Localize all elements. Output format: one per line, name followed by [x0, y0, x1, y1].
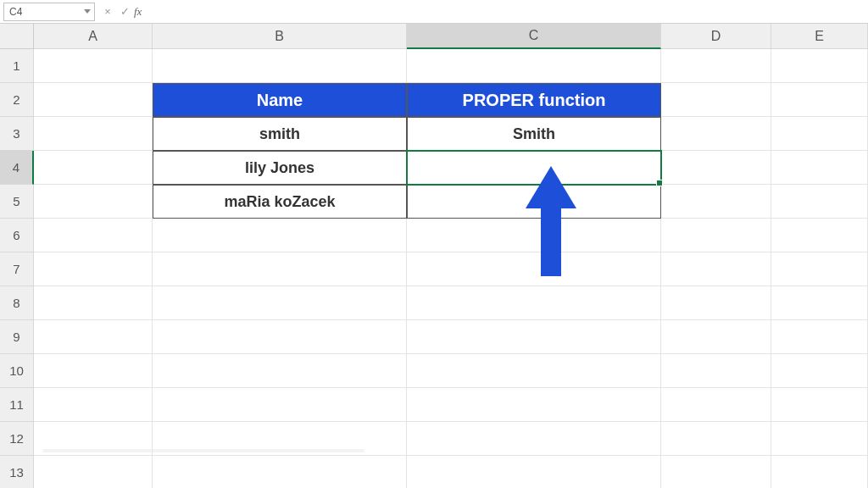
cell-e11[interactable]: [771, 388, 868, 422]
cell-e3[interactable]: [771, 117, 868, 151]
cell-a1[interactable]: [34, 49, 153, 83]
cell-e8[interactable]: [771, 286, 868, 320]
cell-b10[interactable]: [153, 354, 407, 388]
row-header-11[interactable]: 11: [0, 388, 34, 422]
cell-b4[interactable]: lily Jones: [153, 151, 407, 185]
row-header-12[interactable]: 12: [0, 422, 34, 456]
cancel-button[interactable]: ×: [100, 5, 115, 18]
cell-b11[interactable]: [153, 388, 407, 422]
cell-e7[interactable]: [771, 252, 868, 286]
col-header-e[interactable]: E: [771, 24, 868, 49]
cell-e12[interactable]: [771, 422, 868, 456]
cell-b3[interactable]: smith: [153, 117, 407, 151]
col-header-b[interactable]: B: [153, 24, 407, 49]
cell-a10[interactable]: [34, 354, 153, 388]
cell-c9[interactable]: [407, 320, 661, 354]
cell-d3[interactable]: [661, 117, 771, 151]
name-box-value: C4: [9, 6, 22, 18]
cell-c7[interactable]: [407, 252, 661, 286]
formula-bar: C4 × ✓ fx: [0, 0, 868, 24]
row-header-6[interactable]: 6: [0, 219, 34, 252]
formula-buttons: × ✓ fx: [100, 5, 147, 19]
row-header-2[interactable]: 2: [0, 83, 34, 117]
chevron-down-icon[interactable]: [84, 9, 91, 14]
cell-e9[interactable]: [771, 320, 868, 354]
cell-a11[interactable]: [34, 388, 153, 422]
cell-a9[interactable]: [34, 320, 153, 354]
cell-d11[interactable]: [661, 388, 771, 422]
spreadsheet-grid[interactable]: A B C D E 1 2 Name PROPER function 3 smi…: [0, 24, 868, 488]
select-all-corner[interactable]: [0, 24, 34, 49]
cell-c1[interactable]: [407, 49, 661, 83]
row-header-3[interactable]: 3: [0, 117, 34, 151]
cell-b8[interactable]: [153, 286, 407, 320]
cell-a4[interactable]: [34, 151, 153, 185]
row-header-13[interactable]: 13: [0, 456, 34, 488]
cell-d6[interactable]: [661, 219, 771, 252]
row-header-10[interactable]: 10: [0, 354, 34, 388]
cell-c10[interactable]: [407, 354, 661, 388]
fx-icon[interactable]: fx: [134, 5, 142, 19]
cell-a8[interactable]: [34, 286, 153, 320]
cell-a2[interactable]: [34, 83, 153, 117]
cell-b13[interactable]: [153, 456, 407, 488]
horizontal-scrollbar[interactable]: [42, 449, 364, 452]
cell-b7[interactable]: [153, 252, 407, 286]
cell-a5[interactable]: [34, 185, 153, 219]
cell-d5[interactable]: [661, 185, 771, 219]
cell-d7[interactable]: [661, 252, 771, 286]
cell-e4[interactable]: [771, 151, 868, 185]
cell-a7[interactable]: [34, 252, 153, 286]
cell-c4[interactable]: [407, 151, 661, 185]
cell-a6[interactable]: [34, 219, 153, 252]
cell-d13[interactable]: [661, 456, 771, 488]
cell-b5[interactable]: maRia koZacek: [153, 185, 407, 219]
cell-c8[interactable]: [407, 286, 661, 320]
cell-d4[interactable]: [661, 151, 771, 185]
cell-b9[interactable]: [153, 320, 407, 354]
row-header-1[interactable]: 1: [0, 49, 34, 83]
cell-e1[interactable]: [771, 49, 868, 83]
cell-d12[interactable]: [661, 422, 771, 456]
cell-d10[interactable]: [661, 354, 771, 388]
row-header-5[interactable]: 5: [0, 185, 34, 219]
cell-e6[interactable]: [771, 219, 868, 252]
cell-e2[interactable]: [771, 83, 868, 117]
cell-b1[interactable]: [153, 49, 407, 83]
cell-e13[interactable]: [771, 456, 868, 488]
cell-c3[interactable]: Smith: [407, 117, 661, 151]
cell-d1[interactable]: [661, 49, 771, 83]
cell-e5[interactable]: [771, 185, 868, 219]
cell-c2[interactable]: PROPER function: [407, 83, 661, 117]
cell-e10[interactable]: [771, 354, 868, 388]
cell-a3[interactable]: [34, 117, 153, 151]
cell-c12[interactable]: [407, 422, 661, 456]
cell-c6[interactable]: [407, 219, 661, 252]
cell-c11[interactable]: [407, 388, 661, 422]
cell-b6[interactable]: [153, 219, 407, 252]
col-header-d[interactable]: D: [661, 24, 771, 49]
row-header-9[interactable]: 9: [0, 320, 34, 354]
cell-d2[interactable]: [661, 83, 771, 117]
col-header-c[interactable]: C: [407, 24, 661, 49]
cell-a13[interactable]: [34, 456, 153, 488]
row-header-7[interactable]: 7: [0, 252, 34, 286]
name-box[interactable]: C4: [3, 3, 95, 21]
cell-c5[interactable]: [407, 185, 661, 219]
row-header-4[interactable]: 4: [0, 151, 34, 185]
cell-d9[interactable]: [661, 320, 771, 354]
formula-input[interactable]: [152, 3, 865, 21]
row-header-8[interactable]: 8: [0, 286, 34, 320]
cell-b2[interactable]: Name: [153, 83, 407, 117]
cell-c13[interactable]: [407, 456, 661, 488]
col-header-a[interactable]: A: [34, 24, 153, 49]
enter-button[interactable]: ✓: [117, 5, 132, 18]
cell-d8[interactable]: [661, 286, 771, 320]
